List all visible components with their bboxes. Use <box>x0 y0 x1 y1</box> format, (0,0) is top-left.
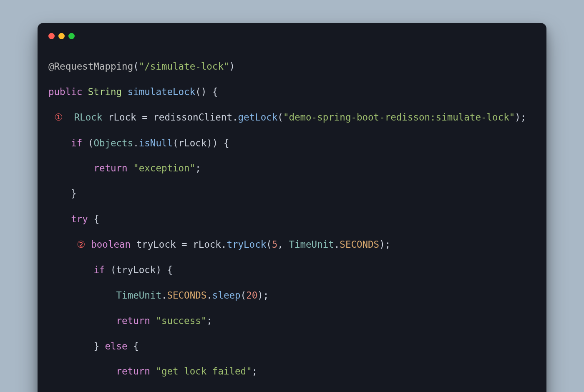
annotation-marker-1: ① <box>54 112 63 123</box>
code-line: if (tryLock) { <box>48 264 536 276</box>
code-line: } <box>48 390 536 392</box>
code-line: return "exception"; <box>48 162 536 174</box>
code-line: return "success"; <box>48 314 536 327</box>
code-line: return "get lock failed"; <box>48 365 536 377</box>
window-titlebar <box>38 33 546 48</box>
zoom-icon[interactable] <box>68 33 75 39</box>
code-line: } else { <box>48 340 536 352</box>
code-line: @RequestMapping("/simulate-lock") <box>48 60 536 73</box>
code-line: ① RLock rLock = redissonClient.getLock("… <box>48 111 536 124</box>
code-line: if (Objects.isNull(rLock)) { <box>48 137 536 149</box>
minimize-icon[interactable] <box>58 33 65 39</box>
code-line: public String simulateLock() { <box>48 85 536 98</box>
code-line: try { <box>48 213 536 225</box>
code-block: @RequestMapping("/simulate-lock") public… <box>38 48 546 392</box>
code-line: TimeUnit.SECONDS.sleep(20); <box>48 289 536 302</box>
code-line: ② boolean tryLock = rLock.tryLock(5, Tim… <box>48 238 536 251</box>
annotation-marker-2: ② <box>77 239 86 250</box>
close-icon[interactable] <box>48 33 55 39</box>
code-line: } <box>48 187 536 200</box>
code-window: @RequestMapping("/simulate-lock") public… <box>38 23 546 392</box>
